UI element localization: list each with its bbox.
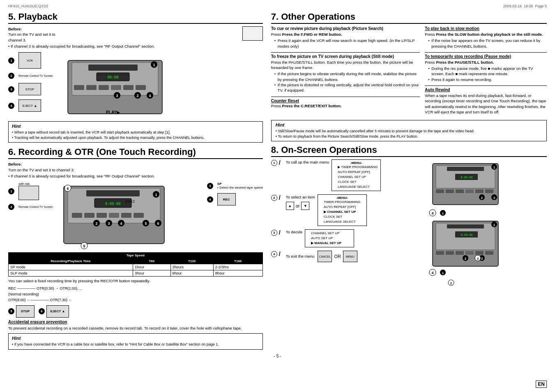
sep2 [271,97,420,97]
svg-rect-57 [475,189,484,193]
freeze-heading: To freeze the picture on TV screen durin… [271,54,420,59]
playback-step3: 3 STOP [8,83,53,95]
svg-rect-75 [446,251,454,255]
svg-text:3: 3 [108,221,110,226]
rec-step4-num: 4 [207,196,213,203]
os-step1-left: 1 / [271,159,283,166]
recording-hint: Hint • If you have connected the VCR to … [8,333,263,350]
freeze-line1: Press the PAUSE/STILL button. Each time … [271,60,420,71]
right-column: 7. Other Operations To cue or review pic… [271,12,547,352]
menu1-item3: CHANNEL SET UP [334,175,378,180]
hint-title-playback: Hint [12,124,259,129]
os-step2-desc: To select an item [286,194,315,200]
recording-title: 6. Recording & OTR (One Touch Recording) [8,147,263,159]
svg-rect-5 [99,85,109,90]
rec-step3-num: 3 [207,183,213,189]
step3-num: 3 [8,86,14,92]
rec-fixed-text: You can select a fixed recording time by… [8,278,263,284]
svg-text:1: 1 [442,212,444,215]
onscreen-content: 1 / To call up the main menu -MENU- ▶ TI… [271,159,547,292]
cue-section: To cue or review picture during playback… [271,26,420,49]
onscreen-vcr-diagram: 0:00:00 1 2 [424,159,547,292]
tape-speed-table: Tape Speed Recording/Playback Time T60 T… [8,252,263,277]
section-recording: 6. Recording & OTR (One Touch Recording)… [8,147,263,349]
onscreen-title: 8. On-Screen Operations [271,145,547,157]
os-step2-content: To select an item ▲ or ▼ -MENU- [286,194,367,226]
pause-mode-section: To temporarily stop recording (Pause mod… [425,54,547,82]
other-ops-hint: Hint • Still/Slow/Pause mode will be aut… [271,120,547,141]
freeze-bullets: If the picture begins to vibrate vertica… [271,71,420,93]
svg-text:3: 3 [481,257,483,261]
cue-bullet1: Press it again and the VCR will now sear… [274,38,420,49]
os-step4-content: To exit the menu CANCEL OR MENU [286,251,357,262]
main-menu-box2: -MENU- TIMER PROGRAMMING AUTO REPEAT [OF… [318,194,367,226]
rec-step6-row: 6 EJECT ▲ [39,305,69,318]
svg-text:6: 6 [67,187,69,191]
svg-text:0:00:00: 0:00:00 [461,176,473,179]
menu2-item4: CLOCK SET [320,214,364,219]
svg-rect-22 [86,190,140,196]
svg-text:2: 2 [465,257,467,261]
counter-heading: Counter Reset [271,99,420,103]
recording-before: Before: Turn on the TV and set it to cha… [8,161,263,179]
step4-num: 4 [8,103,14,109]
up-arrow-btn[interactable]: ▲ [286,202,294,210]
counter-section: Counter Reset Press Press the C.RESET/EX… [271,99,420,108]
decide-item3: ▶ MANUAL SET UP [308,241,351,246]
os-step2-left: 2 / [271,194,283,201]
ops-left-col: To cue or review picture during playback… [271,26,420,118]
svg-text:1: 1 [442,271,444,275]
svg-rect-25 [97,213,107,218]
rec-step1: 1 with tab [8,182,53,200]
en-badge: EN [536,380,547,388]
onscreen-step3: 3 / To decide CHANNEL SET UP AUTO SET UP… [271,229,421,247]
svg-rect-56 [465,189,474,193]
pause-line1: Press Press the PAUSE/STILL button. [425,60,547,65]
down-arrow-btn[interactable]: ▼ [301,202,309,210]
eject-button-rec: EJECT ▲ [46,305,69,318]
svg-text:4: 4 [432,271,434,275]
hint-title-recording: Hint [12,336,259,341]
section-onscreen: 8. On-Screen Operations 1 / To call up t… [271,145,547,292]
section-other-ops: 7. Other Operations To cue or review pic… [271,12,547,141]
decide-item2: AUTO SET UP [308,236,351,241]
pause-bullets: During the rec pause mode, five ■ marks … [425,66,547,82]
svg-rect-26 [109,213,119,218]
svg-rect-53 [436,189,444,193]
onscreen-steps-area: 1 / To call up the main menu -MENU- ▶ TI… [271,159,421,292]
page-number: - 5 - [8,354,547,358]
accidental-title: Accidental erasure prevention [8,320,263,324]
svg-text:CH12: CH12 [125,199,135,203]
svg-rect-6 [111,85,121,90]
vcr-svg-onscreen: 0:00:00 1 2 [424,159,507,291]
svg-text:0:00:00: 0:00:00 [105,202,121,206]
os-step3-content: To decide CHANNEL SET UP AUTO SET UP ▶ M… [286,229,355,247]
menu2-title: -MENU- [320,196,364,200]
playback-step4: 4 EJECT ▲ [8,99,53,112]
or-label: OR [334,254,341,259]
svg-text:5: 5 [145,221,147,226]
step1-device: VCR [18,52,41,69]
cue-heading: To cue or review picture during playback… [271,26,420,31]
rec-step3: 3 SP • Select the desired tape speed [207,182,263,189]
rec-step6-num: 6 [39,308,45,314]
onscreen-step2: 2 / To select an item ▲ or ▼ [271,194,421,226]
hint-text2-playback: • Tracking will be automatically adjuste… [12,135,259,141]
rec-step5-row: 5 STOP [8,305,35,318]
svg-rect-50 [447,167,484,171]
rec-step2: 2 Remote Control TV Screen [8,204,53,210]
svg-rect-7 [123,85,134,90]
svg-rect-2 [88,65,138,71]
step2-num: 2 [8,73,14,79]
os-step4-buttons: CANCEL OR MENU [318,251,357,262]
svg-rect-4 [86,85,97,90]
stop-button: STOP [18,83,41,95]
slow-section: To play back in slow motion Press Press … [425,26,547,49]
svg-rect-71 [447,224,484,228]
file-info: HF410_HJ410UD.QX33 [8,4,48,8]
menu1-item1: ▶ TIMER PROGRAMMING [334,165,378,170]
slow-line1: Press Press the SLOW button during playb… [425,32,547,37]
os-step4-desc: To exit the menu [286,254,315,259]
svg-text:0:00:00: 0:00:00 [461,233,473,237]
main-content: 5. Playback Before: Turn on the TV and s… [8,12,547,352]
